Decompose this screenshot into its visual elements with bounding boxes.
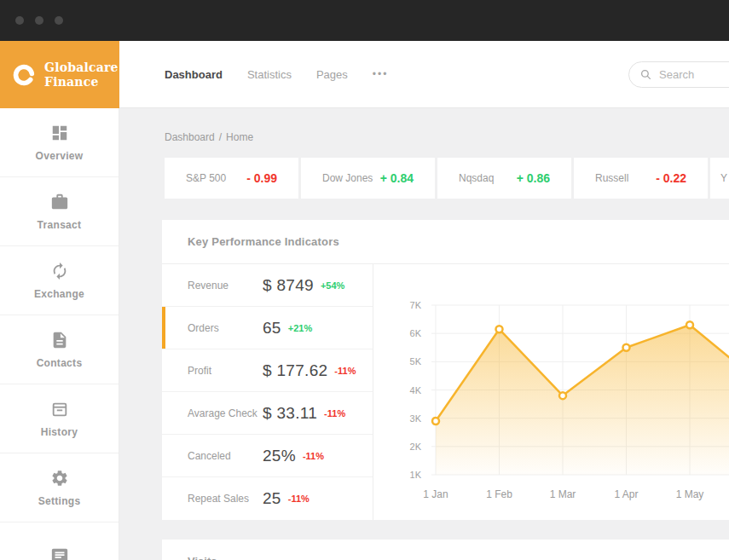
sidebar-item-history[interactable]: History	[0, 384, 119, 453]
breadcrumb-item-dashboard[interactable]: Dashboard	[165, 131, 215, 143]
brand-swirl-icon	[11, 62, 37, 88]
y-axis-tick: 1K	[410, 470, 422, 480]
kpi-change-badge: -11%	[288, 494, 310, 504]
x-axis-tick: 1 Mar	[550, 488, 576, 500]
kpi-row-canceled[interactable]: Canceled25%-11%	[162, 435, 373, 477]
sidebar-item-label: Exchange	[34, 288, 84, 300]
nav-item-dashboard[interactable]: Dashboard	[165, 68, 223, 81]
kpi-change-badge: -11%	[334, 366, 356, 376]
chart-point-1-apr	[623, 344, 630, 351]
kpi-value: $ 177.62	[263, 361, 327, 380]
search-box[interactable]	[628, 61, 729, 88]
window-control-dot[interactable]	[55, 16, 63, 25]
ticker-cell: Dow Jones+ 0.84	[301, 158, 435, 199]
kpi-label: Profit	[188, 365, 263, 377]
gear-icon	[50, 469, 69, 488]
sidebar-item-settings[interactable]: Settings	[0, 453, 119, 522]
kpi-chart-pane: 7K6K5K4K3K2K1K1 Jan1 Feb1 Mar1 Apr1 May	[373, 264, 729, 520]
search-icon	[640, 69, 651, 80]
sidebar-item-label: Transact	[38, 219, 82, 231]
kpi-row-repeat-sales[interactable]: Repeat Sales25-11%	[162, 477, 373, 520]
chart-point-1-may	[686, 321, 693, 328]
ticker-symbol: S&P 500	[186, 172, 226, 184]
sidebar: OverviewTransactExchangeContactsHistoryS…	[0, 108, 119, 560]
kpi-change-badge: -11%	[324, 408, 345, 419]
kpi-label: Revenue	[188, 280, 263, 292]
ticker-symbol: Russell	[595, 172, 628, 184]
sidebar-item-overview[interactable]: Overview	[0, 108, 119, 177]
kpi-row-avarage-check[interactable]: Avarage Check$ 33.11-11%	[162, 392, 373, 435]
y-axis-tick: 2K	[410, 442, 422, 452]
kpi-value: 65	[263, 319, 281, 338]
visits-card: Visits	[162, 540, 729, 560]
kpi-value: $ 33.11	[263, 404, 317, 423]
y-axis-tick: 5K	[410, 356, 422, 367]
document-icon	[50, 331, 69, 349]
dashboard-grid-icon	[50, 124, 69, 142]
ticker-change-value: + 0.86	[517, 171, 550, 185]
kpi-label: Repeat Sales	[188, 493, 263, 505]
y-axis-tick: 6K	[410, 328, 422, 338]
sidebar-item-label: Overview	[36, 150, 84, 162]
ticker-cell: S&P 500- 0.99	[165, 158, 298, 199]
kpi-card-header: Key Performance Indicators	[162, 220, 729, 264]
breadcrumb: Dashboard/Home	[165, 131, 253, 143]
sync-icon	[50, 262, 69, 280]
kpi-row-revenue[interactable]: Revenue$ 8749+54%	[162, 264, 373, 307]
kpi-card-title: Key Performance Indicators	[188, 235, 339, 248]
window-control-dot[interactable]	[35, 16, 43, 25]
sidebar-item-label: Settings	[38, 495, 81, 507]
brand-name: Globalcare Finance	[44, 61, 119, 89]
sidebar-item-chat[interactable]	[0, 522, 119, 560]
calendar-icon	[50, 400, 69, 419]
top-header: DashboardStatisticsPages•••	[119, 41, 729, 108]
ticker-cell: Russell- 0.22	[574, 158, 708, 199]
y-axis-tick: 7K	[410, 300, 422, 310]
sidebar-item-label: Contacts	[37, 357, 83, 369]
kpi-row-profit[interactable]: Profit$ 177.62-11%	[162, 349, 373, 392]
kpi-change-badge: +54%	[321, 280, 344, 291]
ticker-symbol: Dow Jones	[322, 172, 373, 184]
ticker-change-value: - 0.99	[246, 171, 277, 185]
kpi-label: Canceled	[188, 450, 263, 462]
nav-more-icon[interactable]: •••	[373, 68, 389, 80]
chart-point-1-mar	[559, 392, 566, 399]
brand-logo[interactable]: Globalcare Finance	[0, 41, 119, 108]
sidebar-item-contacts[interactable]: Contacts	[0, 315, 119, 384]
ticker-cell: Y	[710, 158, 729, 199]
nav-item-pages[interactable]: Pages	[316, 68, 348, 81]
market-ticker-strip: S&P 500- 0.99Dow Jones+ 0.84Nqsdaq+ 0.86…	[165, 158, 729, 199]
ticker-change-value: + 0.84	[380, 171, 414, 185]
chat-icon	[50, 547, 69, 560]
window-control-dot[interactable]	[15, 16, 24, 25]
x-axis-tick: 1 Apr	[614, 488, 638, 500]
x-axis-tick: 1 May	[676, 488, 704, 500]
ticker-symbol: Nqsdaq	[459, 172, 494, 184]
breadcrumb-separator: /	[219, 131, 222, 143]
kpi-trend-area-chart: 7K6K5K4K3K2K1K1 Jan1 Feb1 Mar1 Apr1 May	[373, 264, 729, 520]
y-axis-tick: 3K	[410, 413, 422, 424]
window-titlebar	[0, 0, 729, 41]
kpi-row-orders[interactable]: Orders65+21%	[162, 307, 373, 349]
sidebar-item-label: History	[41, 426, 78, 438]
kpi-value: 25%	[263, 447, 296, 465]
sidebar-item-transact[interactable]: Transact	[0, 177, 119, 246]
kpi-change-badge: +21%	[288, 323, 312, 333]
x-axis-tick: 1 Jan	[423, 488, 448, 500]
kpi-label: Avarage Check	[188, 407, 263, 419]
kpi-list: Revenue$ 8749+54%Orders65+21%Profit$ 177…	[162, 264, 373, 520]
ticker-change-value: - 0.22	[656, 171, 686, 185]
chart-point-1-feb	[496, 326, 503, 332]
x-axis-tick: 1 Feb	[486, 488, 512, 500]
breadcrumb-item-home[interactable]: Home	[226, 131, 253, 143]
search-input[interactable]	[659, 68, 729, 81]
sidebar-item-exchange[interactable]: Exchange	[0, 246, 119, 315]
nav-item-statistics[interactable]: Statistics	[247, 68, 292, 81]
briefcase-icon	[50, 193, 69, 211]
ticker-cell: Nqsdaq+ 0.86	[437, 158, 571, 199]
kpi-label: Orders	[188, 322, 263, 334]
main-nav: DashboardStatisticsPages•••	[165, 68, 388, 81]
kpi-card: Key Performance Indicators Revenue$ 8749…	[162, 220, 729, 520]
kpi-value: 25	[263, 489, 281, 508]
ticker-symbol: Y	[720, 172, 727, 184]
